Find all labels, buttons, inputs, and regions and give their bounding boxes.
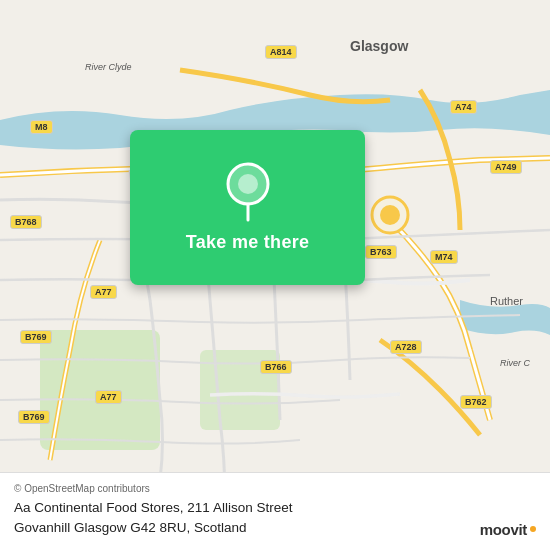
road-badge: A74 <box>450 100 477 114</box>
moovit-logo: moovit <box>480 521 536 538</box>
road-badge: M74 <box>430 250 458 264</box>
road-badge: B769 <box>20 330 52 344</box>
svg-point-3 <box>380 205 400 225</box>
location-name: Aa Continental Food Stores, 211 Allison … <box>14 498 536 539</box>
road-badge: B768 <box>10 215 42 229</box>
svg-point-8 <box>238 174 258 194</box>
road-badge: M8 <box>30 120 53 134</box>
road-badge: A77 <box>95 390 122 404</box>
road-badge: B763 <box>365 245 397 259</box>
take-me-there-button[interactable]: Take me there <box>186 232 310 253</box>
road-badge: A77 <box>90 285 117 299</box>
osm-attribution: © OpenStreetMap contributors <box>14 483 536 494</box>
road-badge: A814 <box>265 45 297 59</box>
moovit-dot <box>530 526 536 532</box>
info-bar: © OpenStreetMap contributors Aa Continen… <box>0 472 550 551</box>
map-container: A814M8M8A74A749B768B763M74A77B769A77B766… <box>0 0 550 550</box>
road-badge: B762 <box>460 395 492 409</box>
location-pin-icon <box>223 162 273 222</box>
road-badge: B766 <box>260 360 292 374</box>
location-card[interactable]: Take me there <box>130 130 365 285</box>
road-badge: A749 <box>490 160 522 174</box>
road-badge: A728 <box>390 340 422 354</box>
moovit-text: moovit <box>480 521 527 538</box>
road-badge: B769 <box>18 410 50 424</box>
